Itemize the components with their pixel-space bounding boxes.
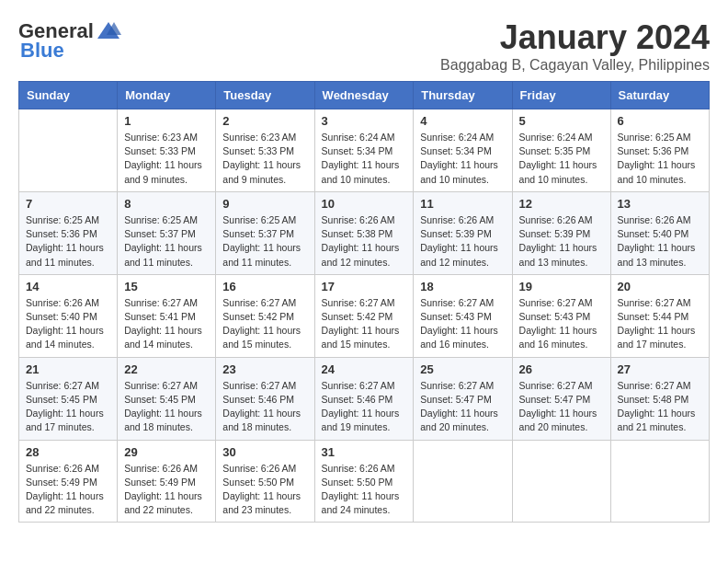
- calendar-cell: 5Sunrise: 6:24 AMSunset: 5:35 PMDaylight…: [512, 109, 610, 192]
- day-info: Sunrise: 6:26 AMSunset: 5:50 PMDaylight:…: [222, 462, 307, 518]
- day-info: Sunrise: 6:26 AMSunset: 5:40 PMDaylight:…: [618, 213, 702, 270]
- day-number: 17: [322, 280, 407, 293]
- day-info: Sunrise: 6:26 AMSunset: 5:38 PMDaylight:…: [322, 213, 407, 270]
- day-info: Sunrise: 6:25 AMSunset: 5:36 PMDaylight:…: [26, 213, 110, 270]
- calendar-cell: 28Sunrise: 6:26 AMSunset: 5:49 PMDayligh…: [19, 440, 118, 523]
- day-number: 29: [124, 445, 209, 459]
- month-title: January 2024: [440, 18, 710, 57]
- calendar-cell: 21Sunrise: 6:27 AMSunset: 5:45 PMDayligh…: [19, 357, 118, 440]
- calendar-cell: 7Sunrise: 6:25 AMSunset: 5:36 PMDaylight…: [19, 191, 118, 274]
- day-number: 14: [26, 280, 110, 293]
- logo-blue: Blue: [20, 39, 64, 63]
- calendar-table: Sunday Monday Tuesday Wednesday Thursday…: [18, 81, 710, 523]
- calendar-cell: 27Sunrise: 6:27 AMSunset: 5:48 PMDayligh…: [610, 357, 709, 440]
- calendar-cell: 11Sunrise: 6:26 AMSunset: 5:39 PMDayligh…: [414, 191, 512, 274]
- col-wednesday: Wednesday: [314, 82, 414, 109]
- calendar-week-row: 21Sunrise: 6:27 AMSunset: 5:45 PMDayligh…: [19, 357, 710, 440]
- calendar-cell: 22Sunrise: 6:27 AMSunset: 5:45 PMDayligh…: [118, 357, 216, 440]
- calendar-cell: 17Sunrise: 6:27 AMSunset: 5:42 PMDayligh…: [314, 274, 414, 357]
- logo-icon: [96, 18, 121, 44]
- day-info: Sunrise: 6:27 AMSunset: 5:47 PMDaylight:…: [420, 379, 505, 435]
- calendar-week-row: 7Sunrise: 6:25 AMSunset: 5:36 PMDaylight…: [19, 191, 710, 274]
- day-number: 15: [124, 280, 209, 293]
- calendar-cell: [414, 440, 512, 523]
- day-number: 1: [124, 114, 209, 128]
- calendar-cell: 20Sunrise: 6:27 AMSunset: 5:44 PMDayligh…: [610, 274, 709, 357]
- day-number: 8: [124, 197, 209, 211]
- day-number: 31: [322, 445, 407, 459]
- day-info: Sunrise: 6:27 AMSunset: 5:45 PMDaylight:…: [124, 379, 209, 435]
- col-saturday: Saturday: [610, 82, 709, 109]
- day-number: 27: [618, 362, 702, 376]
- day-info: Sunrise: 6:26 AMSunset: 5:50 PMDaylight:…: [322, 462, 407, 518]
- day-info: Sunrise: 6:24 AMSunset: 5:34 PMDaylight:…: [420, 131, 505, 187]
- day-number: 9: [222, 197, 307, 211]
- calendar-cell: 19Sunrise: 6:27 AMSunset: 5:43 PMDayligh…: [512, 274, 610, 357]
- day-info: Sunrise: 6:24 AMSunset: 5:34 PMDaylight:…: [322, 131, 407, 187]
- day-info: Sunrise: 6:27 AMSunset: 5:46 PMDaylight:…: [322, 379, 407, 435]
- calendar-cell: 15Sunrise: 6:27 AMSunset: 5:41 PMDayligh…: [118, 274, 216, 357]
- day-info: Sunrise: 6:26 AMSunset: 5:39 PMDaylight:…: [519, 213, 604, 270]
- calendar-cell: [512, 440, 610, 523]
- calendar-cell: 29Sunrise: 6:26 AMSunset: 5:49 PMDayligh…: [118, 440, 216, 523]
- day-number: 5: [519, 114, 604, 128]
- calendar-cell: 12Sunrise: 6:26 AMSunset: 5:39 PMDayligh…: [512, 191, 610, 274]
- calendar-cell: 6Sunrise: 6:25 AMSunset: 5:36 PMDaylight…: [610, 109, 709, 192]
- day-info: Sunrise: 6:24 AMSunset: 5:35 PMDaylight:…: [519, 131, 604, 187]
- calendar-cell: 10Sunrise: 6:26 AMSunset: 5:38 PMDayligh…: [314, 191, 414, 274]
- calendar-cell: 31Sunrise: 6:26 AMSunset: 5:50 PMDayligh…: [314, 440, 414, 523]
- day-info: Sunrise: 6:27 AMSunset: 5:41 PMDaylight:…: [124, 296, 209, 352]
- logo: General Blue: [18, 18, 121, 63]
- day-number: 2: [222, 114, 307, 128]
- day-number: 10: [322, 197, 407, 211]
- day-number: 6: [618, 114, 702, 128]
- day-info: Sunrise: 6:27 AMSunset: 5:43 PMDaylight:…: [519, 296, 604, 352]
- day-number: 12: [519, 197, 604, 211]
- col-sunday: Sunday: [19, 82, 118, 109]
- day-number: 20: [618, 280, 702, 293]
- col-thursday: Thursday: [414, 82, 512, 109]
- day-number: 13: [618, 197, 702, 211]
- day-number: 28: [26, 445, 110, 459]
- day-info: Sunrise: 6:25 AMSunset: 5:36 PMDaylight:…: [618, 131, 702, 187]
- day-number: 4: [420, 114, 505, 128]
- calendar-cell: 16Sunrise: 6:27 AMSunset: 5:42 PMDayligh…: [216, 274, 314, 357]
- day-info: Sunrise: 6:27 AMSunset: 5:45 PMDaylight:…: [26, 379, 110, 435]
- day-number: 7: [26, 197, 110, 211]
- calendar-cell: [19, 109, 118, 192]
- day-info: Sunrise: 6:25 AMSunset: 5:37 PMDaylight:…: [222, 213, 307, 270]
- calendar-cell: 13Sunrise: 6:26 AMSunset: 5:40 PMDayligh…: [610, 191, 709, 274]
- col-tuesday: Tuesday: [216, 82, 314, 109]
- day-number: 21: [26, 362, 110, 376]
- day-info: Sunrise: 6:27 AMSunset: 5:47 PMDaylight:…: [519, 379, 604, 435]
- calendar-cell: [610, 440, 709, 523]
- day-info: Sunrise: 6:27 AMSunset: 5:48 PMDaylight:…: [618, 379, 702, 435]
- day-info: Sunrise: 6:27 AMSunset: 5:44 PMDaylight:…: [618, 296, 702, 352]
- day-info: Sunrise: 6:26 AMSunset: 5:39 PMDaylight:…: [420, 213, 505, 270]
- calendar-cell: 1Sunrise: 6:23 AMSunset: 5:33 PMDaylight…: [118, 109, 216, 192]
- day-number: 19: [519, 280, 604, 293]
- day-info: Sunrise: 6:27 AMSunset: 5:42 PMDaylight:…: [222, 296, 307, 352]
- day-info: Sunrise: 6:23 AMSunset: 5:33 PMDaylight:…: [124, 131, 209, 187]
- day-info: Sunrise: 6:26 AMSunset: 5:49 PMDaylight:…: [26, 462, 110, 518]
- day-number: 3: [322, 114, 407, 128]
- day-info: Sunrise: 6:27 AMSunset: 5:43 PMDaylight:…: [420, 296, 505, 352]
- calendar-cell: 25Sunrise: 6:27 AMSunset: 5:47 PMDayligh…: [414, 357, 512, 440]
- calendar-cell: 3Sunrise: 6:24 AMSunset: 5:34 PMDaylight…: [314, 109, 414, 192]
- day-info: Sunrise: 6:27 AMSunset: 5:46 PMDaylight:…: [222, 379, 307, 435]
- calendar-cell: 14Sunrise: 6:26 AMSunset: 5:40 PMDayligh…: [19, 274, 118, 357]
- calendar-header-row: Sunday Monday Tuesday Wednesday Thursday…: [19, 82, 710, 109]
- calendar-cell: 8Sunrise: 6:25 AMSunset: 5:37 PMDaylight…: [118, 191, 216, 274]
- day-number: 24: [322, 362, 407, 376]
- day-number: 23: [222, 362, 307, 376]
- calendar-week-row: 14Sunrise: 6:26 AMSunset: 5:40 PMDayligh…: [19, 274, 710, 357]
- calendar-cell: 9Sunrise: 6:25 AMSunset: 5:37 PMDaylight…: [216, 191, 314, 274]
- calendar-week-row: 28Sunrise: 6:26 AMSunset: 5:49 PMDayligh…: [19, 440, 710, 523]
- calendar-cell: 18Sunrise: 6:27 AMSunset: 5:43 PMDayligh…: [414, 274, 512, 357]
- col-monday: Monday: [118, 82, 216, 109]
- calendar-cell: 30Sunrise: 6:26 AMSunset: 5:50 PMDayligh…: [216, 440, 314, 523]
- day-number: 30: [222, 445, 307, 459]
- day-number: 25: [420, 362, 505, 376]
- calendar-week-row: 1Sunrise: 6:23 AMSunset: 5:33 PMDaylight…: [19, 109, 710, 192]
- day-number: 18: [420, 280, 505, 293]
